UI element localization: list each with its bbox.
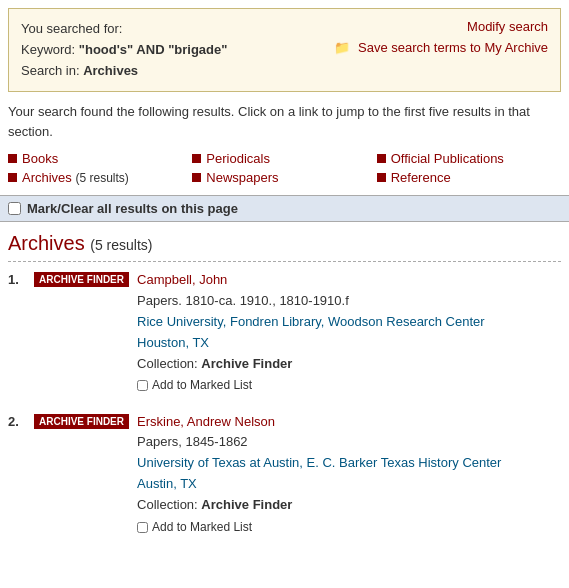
result-institution-2: University of Texas at Austin, E. C. Bar…: [137, 453, 501, 474]
category-link-archives[interactable]: Archives (5 results): [22, 170, 129, 185]
search-summary-left: You searched for: Keyword: "hood's" AND …: [21, 19, 227, 81]
result-badge-1: ARCHIVE FINDER: [34, 272, 129, 287]
section-count: (5 results): [90, 237, 152, 253]
result-institution-1: Rice University, Fondren Library, Woodso…: [137, 312, 485, 333]
category-item-reference: Reference: [377, 170, 561, 185]
modify-search-link[interactable]: Modify search: [334, 19, 548, 34]
result-collection-2: Collection: Archive Finder: [137, 495, 501, 516]
collection-value-1: Archive Finder: [201, 356, 292, 371]
category-item-books: Books: [8, 151, 192, 166]
cat-square-newspapers: [192, 173, 201, 182]
mark-clear-bar: Mark/Clear all results on this page: [0, 195, 569, 222]
collection-label-2: Collection:: [137, 497, 198, 512]
category-link-newspapers[interactable]: Newspapers: [206, 170, 278, 185]
category-item-newspapers: Newspapers: [192, 170, 376, 185]
result-dates-2: Papers, 1845-1862: [137, 432, 501, 453]
collection-label-1: Collection:: [137, 356, 198, 371]
add-marked-checkbox-1[interactable]: [137, 380, 148, 391]
add-marked-label-1[interactable]: Add to Marked List: [152, 376, 252, 395]
result-title-link-1[interactable]: Campbell, John: [137, 272, 227, 287]
folder-icon: 📁: [334, 40, 350, 55]
category-link-books[interactable]: Books: [22, 151, 58, 166]
result-dates-1: Papers. 1810-ca. 1910., 1810-1910.f: [137, 291, 485, 312]
category-links: Books Periodicals Official Publications …: [8, 151, 561, 185]
result-collection-1: Collection: Archive Finder: [137, 354, 485, 375]
cat-square-periodicals: [192, 154, 201, 163]
result-content-1: Campbell, John Papers. 1810-ca. 1910., 1…: [137, 270, 485, 395]
cat-square-archives: [8, 173, 17, 182]
result-title-link-2[interactable]: Erskine, Andrew Nelson: [137, 414, 275, 429]
keyword-value: "hood's" AND "brigade": [79, 42, 228, 57]
mark-all-checkbox[interactable]: [8, 202, 21, 215]
search-summary-box: You searched for: Keyword: "hood's" AND …: [8, 8, 561, 92]
save-search-link[interactable]: 📁 Save search terms to My Archive: [334, 40, 548, 55]
category-item-archives: Archives (5 results): [8, 170, 192, 185]
cat-square-books: [8, 154, 17, 163]
results-intro: Your search found the following results.…: [8, 102, 561, 141]
result-badge-2: ARCHIVE FINDER: [34, 414, 129, 429]
result-location-2: Austin, TX: [137, 474, 501, 495]
add-marked-label-2[interactable]: Add to Marked List: [152, 518, 252, 537]
result-number-2: 2.: [8, 412, 28, 429]
keyword-label: Keyword:: [21, 42, 75, 57]
cat-square-reference: [377, 173, 386, 182]
category-item-official-publications: Official Publications: [377, 151, 561, 166]
result-item-1: 1. ARCHIVE FINDER Campbell, John Papers.…: [8, 270, 561, 395]
search-in-label: Search in:: [21, 63, 80, 78]
save-search-label: Save search terms to My Archive: [358, 40, 548, 55]
add-marked-2: Add to Marked List: [137, 518, 501, 537]
category-item-periodicals: Periodicals: [192, 151, 376, 166]
cat-square-official-publications: [377, 154, 386, 163]
collection-value-2: Archive Finder: [201, 497, 292, 512]
category-link-periodicals[interactable]: Periodicals: [206, 151, 270, 166]
result-item-2: 2. ARCHIVE FINDER Erskine, Andrew Nelson…: [8, 412, 561, 537]
search-summary-right: Modify search 📁 Save search terms to My …: [334, 19, 548, 55]
keyword-line: Keyword: "hood's" AND "brigade": [21, 40, 227, 61]
section-divider: [8, 261, 561, 262]
result-content-2: Erskine, Andrew Nelson Papers, 1845-1862…: [137, 412, 501, 537]
category-link-official-publications[interactable]: Official Publications: [391, 151, 504, 166]
mark-all-label[interactable]: Mark/Clear all results on this page: [27, 201, 238, 216]
add-marked-1: Add to Marked List: [137, 376, 485, 395]
result-number-1: 1.: [8, 270, 28, 287]
category-link-reference[interactable]: Reference: [391, 170, 451, 185]
result-title-2: Erskine, Andrew Nelson: [137, 412, 501, 433]
search-in-line: Search in: Archives: [21, 61, 227, 82]
search-in-value: Archives: [83, 63, 138, 78]
you-searched-label: You searched for:: [21, 19, 227, 40]
add-marked-checkbox-2[interactable]: [137, 522, 148, 533]
section-heading: Archives (5 results): [8, 232, 561, 255]
result-title-1: Campbell, John: [137, 270, 485, 291]
result-location-1: Houston, TX: [137, 333, 485, 354]
